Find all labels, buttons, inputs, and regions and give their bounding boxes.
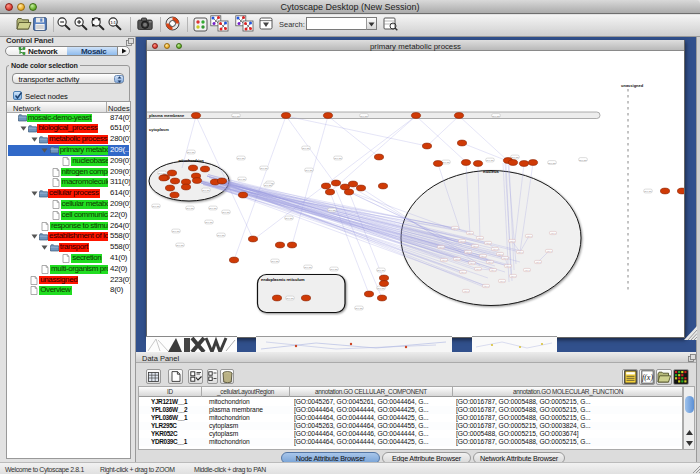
svg-text:Sxx 2p: Sxx 2p — [217, 234, 225, 237]
svg-text:Yxx 1: Yxx 1 — [505, 265, 511, 267]
svg-text:Yxx 1: Yxx 1 — [517, 251, 523, 253]
svg-text:Sxx 2p: Sxx 2p — [305, 169, 313, 172]
svg-text:Sxx 2p: Sxx 2p — [377, 287, 385, 290]
svg-text:Sxx 2p: Sxx 2p — [222, 211, 230, 214]
svg-text:Yxx 1: Yxx 1 — [441, 259, 447, 261]
svg-text:mitochondrion: mitochondrion — [178, 159, 203, 163]
svg-text:Sxx 2p: Sxx 2p — [302, 147, 310, 150]
svg-text:Yxx 1: Yxx 1 — [469, 262, 475, 264]
svg-text:Sxx 2p: Sxx 2p — [304, 266, 312, 269]
svg-text:Yxx 1: Yxx 1 — [463, 290, 469, 292]
svg-text:Yxx 1: Yxx 1 — [460, 271, 466, 273]
svg-text:Yxx 1: Yxx 1 — [524, 269, 530, 271]
svg-text:Sxx 2p: Sxx 2p — [205, 221, 213, 224]
svg-text:Yxx 1: Yxx 1 — [483, 285, 489, 287]
svg-text:Sxx 2p: Sxx 2p — [172, 230, 180, 233]
svg-text:Sxx 2p: Sxx 2p — [186, 207, 194, 210]
svg-text:Sxx 2p: Sxx 2p — [492, 115, 500, 118]
svg-text:Sxx 2p: Sxx 2p — [486, 159, 494, 162]
svg-text:Sxx 2p: Sxx 2p — [360, 115, 368, 118]
svg-text:Yxx 1: Yxx 1 — [502, 257, 508, 259]
svg-text:Yxx 1: Yxx 1 — [452, 227, 458, 229]
svg-text:Sxx 2p: Sxx 2p — [511, 156, 519, 159]
svg-text:plasma membrane: plasma membrane — [149, 113, 185, 118]
svg-text:Yxx 1: Yxx 1 — [550, 232, 556, 234]
svg-text:Sxx 2p: Sxx 2p — [264, 184, 272, 187]
svg-text:Yxx 1: Yxx 1 — [535, 261, 541, 263]
svg-text:Sxx 2p: Sxx 2p — [442, 161, 450, 164]
svg-text:Sxx 2p: Sxx 2p — [377, 269, 385, 272]
svg-text:Yxx 1: Yxx 1 — [485, 242, 491, 244]
svg-text:Sxx 2p: Sxx 2p — [209, 207, 217, 210]
svg-text:f(x): f(x) — [641, 373, 652, 382]
svg-text:Sxx 2p: Sxx 2p — [271, 260, 279, 263]
svg-text:Yxx 1: Yxx 1 — [475, 268, 481, 270]
svg-text:Yxx 1: Yxx 1 — [480, 255, 486, 257]
svg-text:Sxx 2p: Sxx 2p — [260, 167, 268, 170]
svg-text:Yxx 1: Yxx 1 — [526, 235, 532, 237]
svg-text:Yxx 1: Yxx 1 — [477, 237, 483, 239]
svg-text:Yxx 1: Yxx 1 — [490, 269, 496, 271]
svg-text:Sxx 2p: Sxx 2p — [152, 205, 160, 208]
svg-text:Yxx 1: Yxx 1 — [465, 251, 471, 253]
svg-text:Sxx 2p: Sxx 2p — [579, 159, 587, 162]
svg-text:Sxx 2p: Sxx 2p — [232, 115, 240, 118]
svg-text:Sxx 2p: Sxx 2p — [330, 268, 338, 271]
svg-text:Sxx 2p: Sxx 2p — [285, 217, 293, 220]
svg-text:Sxx 2p: Sxx 2p — [328, 209, 336, 212]
svg-text:Yxx 1: Yxx 1 — [546, 250, 552, 252]
svg-text:Yxx 1: Yxx 1 — [487, 261, 493, 263]
svg-text:Sxx 2p: Sxx 2p — [176, 244, 184, 247]
svg-text:Sxx 2p: Sxx 2p — [334, 157, 342, 160]
svg-text:1:1: 1:1 — [110, 21, 115, 25]
svg-text:unassigned: unassigned — [621, 83, 644, 88]
svg-text:Sxx 2p: Sxx 2p — [548, 162, 556, 165]
svg-text:Yxx 1: Yxx 1 — [509, 240, 515, 242]
svg-text:Sxx 2p: Sxx 2p — [644, 190, 652, 193]
svg-text:Sxx 2p: Sxx 2p — [238, 178, 246, 181]
svg-text:Sxx 2p: Sxx 2p — [202, 189, 210, 192]
svg-text:Yxx 1: Yxx 1 — [492, 248, 498, 250]
svg-text:Sxx 2p: Sxx 2p — [286, 297, 294, 300]
svg-text:Sxx 2p: Sxx 2p — [355, 307, 363, 310]
svg-text:cytoplasm: cytoplasm — [149, 127, 169, 132]
svg-text:Yxx 1: Yxx 1 — [472, 245, 478, 247]
svg-text:Yxx 1: Yxx 1 — [497, 253, 503, 255]
svg-text:Sxx 2p: Sxx 2p — [187, 151, 195, 154]
svg-text:nucleus: nucleus — [483, 169, 499, 174]
svg-text:endoplasmic reticulum: endoplasmic reticulum — [261, 277, 305, 282]
svg-text:Yxx 1: Yxx 1 — [459, 240, 465, 242]
svg-text:Yxx 1: Yxx 1 — [510, 275, 516, 277]
svg-text:Sxx 2p: Sxx 2p — [237, 157, 245, 160]
svg-text:Yxx 1: Yxx 1 — [467, 232, 473, 234]
svg-text:Yxx 1: Yxx 1 — [454, 258, 460, 260]
svg-text:Yxx 1: Yxx 1 — [438, 246, 444, 248]
svg-text:Yxx 1: Yxx 1 — [499, 280, 505, 282]
